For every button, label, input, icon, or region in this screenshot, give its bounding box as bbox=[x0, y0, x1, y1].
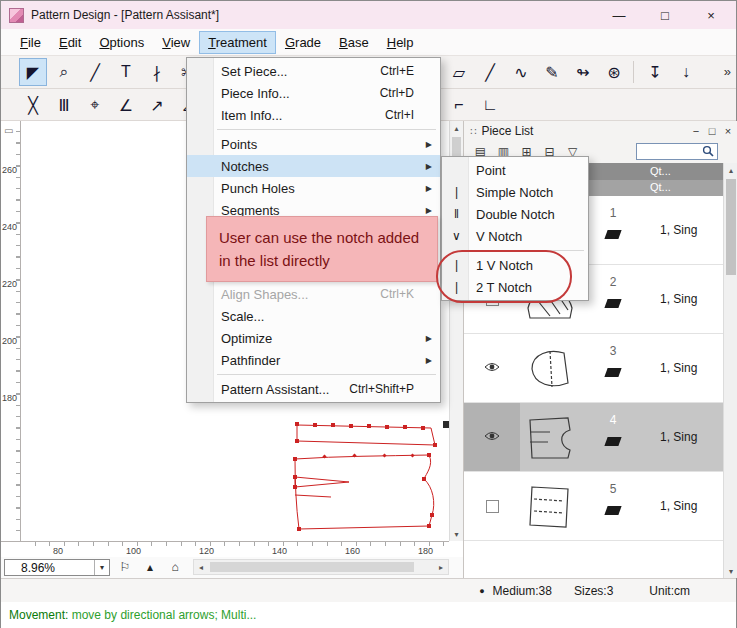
menuitem-pathfinder[interactable]: Pathfinder▶ bbox=[187, 349, 440, 371]
zoom-combobox[interactable]: 8.96% ▾ bbox=[4, 559, 110, 576]
explode-tool[interactable]: ╳ bbox=[19, 91, 47, 119]
status-item-sizes: Sizes:3 bbox=[574, 584, 613, 598]
panel-close-button[interactable]: × bbox=[720, 121, 736, 141]
polygon-tool[interactable]: ▱ bbox=[445, 58, 473, 86]
angle-tool[interactable]: ∠ bbox=[112, 91, 140, 119]
piece-scroll-up-arrow[interactable]: ▴ bbox=[724, 163, 737, 177]
menuitem-align-shapes[interactable]: Align Shapes...Ctrl+K bbox=[187, 283, 440, 305]
piece-number: 2 bbox=[610, 275, 617, 289]
menuitem-double-notch[interactable]: ‖Double Notch bbox=[442, 203, 588, 225]
menuitem-notches[interactable]: Notches▶ bbox=[187, 155, 440, 177]
text-tool[interactable]: T bbox=[112, 58, 140, 86]
flag-icon[interactable]: ⚐ bbox=[117, 559, 133, 575]
toolbar-overflow-chevron[interactable]: » bbox=[724, 64, 731, 79]
piece-scroll-thumb[interactable] bbox=[726, 179, 736, 275]
drop-point-tool[interactable]: ↧ bbox=[641, 58, 669, 86]
stretch-tool[interactable]: ↗ bbox=[143, 91, 171, 119]
close-button[interactable]: × bbox=[688, 1, 734, 29]
rotate-tool[interactable]: ⊛ bbox=[600, 58, 628, 86]
menu-treatment[interactable]: Treatment bbox=[199, 31, 276, 54]
drop-line-tool[interactable]: ↓ bbox=[672, 58, 700, 86]
menuitem-optimize[interactable]: Optimize▶ bbox=[187, 327, 440, 349]
menuitem-points[interactable]: Points▶ bbox=[187, 133, 440, 155]
menuitem-piece-info[interactable]: Piece Info...Ctrl+D bbox=[187, 82, 440, 104]
zoom-dropdown-arrow[interactable]: ▾ bbox=[94, 560, 109, 575]
show-pieces-icon[interactable]: ⌂ bbox=[167, 559, 183, 575]
pencil-tool[interactable]: ✎ bbox=[538, 58, 566, 86]
piece-thumbnail bbox=[520, 334, 590, 402]
canvas-horizontal-scrollbar[interactable]: ◂ ▸ bbox=[193, 559, 449, 575]
piece-qty: 1, Sing bbox=[636, 196, 723, 264]
zoom-tool[interactable]: ⌕ bbox=[50, 58, 78, 86]
panel-grip-icon: ∷ bbox=[470, 126, 476, 137]
right-angle-tool[interactable]: ∟ bbox=[476, 91, 504, 119]
piece-visibility-cell[interactable] bbox=[464, 403, 520, 471]
visibility-checkbox[interactable] bbox=[486, 500, 499, 513]
rotate-tool-glyph: ⊛ bbox=[607, 63, 620, 82]
vertical-ruler: 260240220200180 bbox=[1, 121, 21, 541]
visibility-eye-icon[interactable] bbox=[484, 428, 500, 446]
toolbar-group-right2: ↧↓ bbox=[641, 58, 700, 86]
piece-scroll-down-arrow[interactable]: ▾ bbox=[724, 564, 737, 578]
menuitem-shortcut: Ctrl+D bbox=[380, 86, 440, 100]
window-controls: — □ × bbox=[596, 1, 734, 29]
minimize-button[interactable]: — bbox=[596, 1, 642, 29]
menu-view[interactable]: View bbox=[153, 31, 199, 54]
menu-edit[interactable]: Edit bbox=[50, 31, 90, 54]
menu-options[interactable]: Options bbox=[90, 31, 153, 54]
piece-row[interactable]: 41, Sing bbox=[464, 403, 723, 472]
curve-tool[interactable]: ∿ bbox=[507, 58, 535, 86]
ruler-origin-icon[interactable]: ▭ bbox=[4, 125, 13, 136]
line-tool[interactable]: ╱ bbox=[476, 58, 504, 86]
measure-tool[interactable]: ╱ bbox=[81, 58, 109, 86]
menuitem-simple-notch[interactable]: |Simple Notch bbox=[442, 181, 588, 203]
notch-tool[interactable]: ∤ bbox=[143, 58, 171, 86]
search-input[interactable] bbox=[636, 143, 718, 160]
visibility-eye-icon[interactable] bbox=[484, 359, 500, 377]
menuitem-item-info[interactable]: Item Info...Ctrl+I bbox=[187, 104, 440, 126]
ruler-number: 80 bbox=[53, 546, 63, 556]
scroll-up-arrow[interactable]: ▴ bbox=[450, 121, 463, 135]
menuitem-v-notch[interactable]: ∨V Notch bbox=[442, 225, 588, 247]
movement-status-bar: Movement: move by directional arrows; Mu… bbox=[1, 602, 736, 628]
qty-column-subheader: Qt... bbox=[650, 181, 671, 193]
toolbar2-group-left: ╳Ⅲ⌖∠↗⊿ bbox=[19, 91, 202, 119]
menuitem-set-piece[interactable]: Set Piece...Ctrl+E bbox=[187, 60, 440, 82]
move-point-tool[interactable]: ⌖ bbox=[81, 91, 109, 119]
menu-help[interactable]: Help bbox=[378, 31, 423, 54]
piece-list-title: Piece List bbox=[481, 124, 533, 138]
menuitem-point[interactable]: Point bbox=[442, 159, 588, 181]
piece-list-scrollbar[interactable]: ▴ ▾ bbox=[723, 163, 737, 578]
hscroll-thumb[interactable] bbox=[210, 562, 414, 572]
submenu-arrow-icon: ▶ bbox=[426, 162, 432, 171]
scroll-right-arrow[interactable]: ▸ bbox=[434, 560, 448, 574]
status-item-unit: Unit:cm bbox=[649, 584, 690, 598]
fabric-icon bbox=[604, 299, 621, 308]
maximize-button[interactable]: □ bbox=[642, 1, 688, 29]
menuitem-pattern-assistant[interactable]: Pattern Assistant...Ctrl+Shift+P bbox=[187, 378, 440, 400]
menuitem-punch-holes[interactable]: Punch Holes▶ bbox=[187, 177, 440, 199]
menu-file[interactable]: File bbox=[11, 31, 50, 54]
piece-visibility-cell[interactable] bbox=[464, 472, 520, 540]
panel-restore-button[interactable]: □ bbox=[704, 121, 720, 141]
menu-base[interactable]: Base bbox=[330, 31, 378, 54]
scroll-down-arrow[interactable]: ▾ bbox=[450, 527, 463, 541]
ruler-number: 180 bbox=[418, 546, 433, 556]
corner-tool[interactable]: ⌐ bbox=[445, 91, 473, 119]
toolbar-separator bbox=[633, 61, 634, 83]
panel-minimize-button[interactable]: − bbox=[688, 121, 704, 141]
toolbar-group-right: ▱╱∿✎↬⊛ bbox=[445, 58, 628, 86]
select-tool[interactable]: ◤ bbox=[19, 58, 47, 86]
scroll-left-arrow[interactable]: ◂ bbox=[194, 560, 208, 574]
submenu-arrow-icon: ▶ bbox=[426, 356, 432, 365]
piece-visibility-cell[interactable] bbox=[464, 334, 520, 402]
piece-thumbnail bbox=[520, 403, 590, 471]
piece-row[interactable]: 51, Sing bbox=[464, 472, 723, 541]
menuitem-label: Pathfinder bbox=[221, 353, 280, 368]
menuitem-scale[interactable]: Scale... bbox=[187, 305, 440, 327]
show-points-icon[interactable]: ▴ bbox=[142, 559, 158, 575]
piece-row[interactable]: 31, Sing bbox=[464, 334, 723, 403]
trace-tool[interactable]: ↬ bbox=[569, 58, 597, 86]
menu-grade[interactable]: Grade bbox=[276, 31, 330, 54]
pleat-tool[interactable]: Ⅲ bbox=[50, 91, 78, 119]
